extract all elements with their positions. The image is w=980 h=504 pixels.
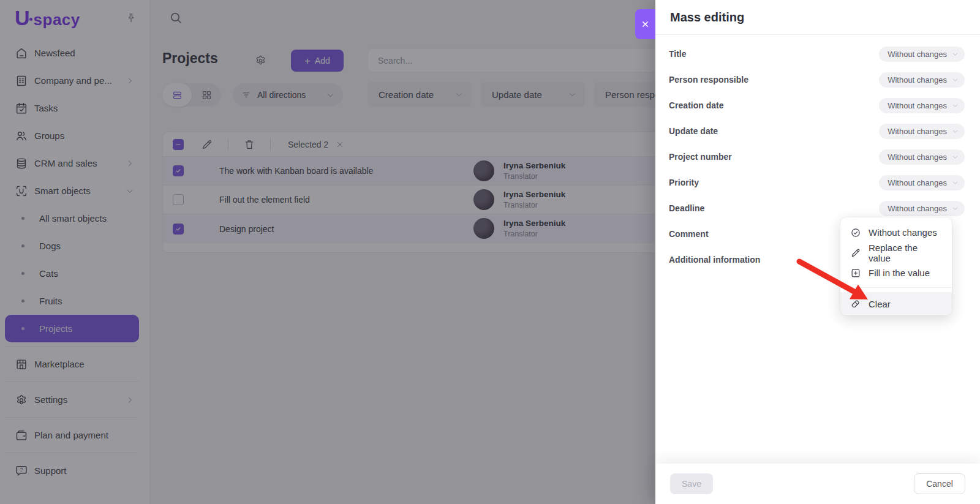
field-row-project-number: Project number Without changes — [655, 144, 980, 170]
close-panel-button[interactable] — [635, 9, 655, 39]
field-row-title: Title Without changes — [655, 41, 980, 67]
chevron-down-icon — [952, 77, 959, 83]
menu-item-without-changes[interactable]: Without changes — [840, 222, 952, 243]
field-mode-select[interactable]: Without changes — [879, 175, 965, 190]
panel-header: Mass editing — [655, 0, 980, 35]
field-mode-select[interactable]: Without changes — [879, 201, 965, 216]
cancel-button[interactable]: Cancel — [914, 473, 965, 494]
field-mode-dropdown-menu: Without changes Replace the value Fill i… — [840, 217, 952, 315]
chevron-down-icon — [952, 51, 959, 58]
menu-item-label: Clear — [869, 299, 891, 309]
field-mode-select[interactable]: Without changes — [879, 149, 965, 165]
chevron-down-icon — [952, 154, 959, 160]
chevron-down-icon — [952, 128, 959, 135]
field-mode-value: Without changes — [888, 101, 947, 110]
field-row-priority: Priority Without changes — [655, 170, 980, 195]
menu-item-label: Replace the value — [869, 243, 942, 263]
field-label: Project number — [669, 152, 732, 162]
field-mode-value: Without changes — [888, 50, 947, 59]
menu-item-replace-the-value[interactable]: Replace the value — [840, 243, 952, 263]
field-label: Person responsible — [669, 75, 748, 85]
pencil-icon — [850, 247, 861, 258]
field-label: Title — [669, 49, 687, 59]
field-row-person-responsible: Person responsible Without changes — [655, 67, 980, 92]
save-button[interactable]: Save — [670, 473, 713, 494]
field-mode-select[interactable]: Without changes — [879, 98, 965, 113]
field-mode-value: Without changes — [888, 75, 947, 85]
close-icon — [641, 20, 650, 29]
field-label: Deadline — [669, 203, 704, 213]
field-label: Update date — [669, 126, 718, 136]
app-root: U spacy Newsfeed Company and pe... Tasks — [0, 0, 980, 504]
field-row-creation-date: Creation date Without changes — [655, 92, 980, 118]
chevron-down-icon — [952, 179, 959, 186]
field-label: Comment — [669, 229, 709, 239]
plus-square-icon — [850, 268, 861, 279]
field-label: Creation date — [669, 100, 723, 110]
modal-dim-overlay — [0, 0, 655, 504]
menu-item-clear[interactable]: Clear — [840, 292, 952, 315]
field-mode-value: Without changes — [888, 127, 947, 136]
menu-item-label: Fill in the value — [869, 268, 930, 278]
field-mode-value: Without changes — [888, 152, 947, 162]
field-label: Priority — [669, 178, 699, 187]
menu-item-label: Without changes — [869, 227, 937, 238]
field-mode-select[interactable]: Without changes — [879, 47, 965, 62]
field-mode-select[interactable]: Without changes — [879, 124, 965, 139]
menu-item-fill-in-the-value[interactable]: Fill in the value — [840, 263, 952, 283]
panel-title: Mass editing — [670, 10, 744, 24]
field-label: Additional information — [669, 255, 760, 265]
menu-divider — [840, 287, 952, 288]
chevron-down-icon — [952, 205, 959, 212]
field-row-update-date: Update date Without changes — [655, 118, 980, 144]
eraser-icon — [850, 298, 861, 309]
check-circle-icon — [850, 227, 861, 238]
field-mode-value: Without changes — [888, 178, 947, 187]
field-mode-select[interactable]: Without changes — [879, 72, 965, 88]
panel-footer: Save Cancel — [655, 464, 980, 504]
field-mode-value: Without changes — [888, 204, 947, 213]
chevron-down-icon — [952, 102, 959, 109]
